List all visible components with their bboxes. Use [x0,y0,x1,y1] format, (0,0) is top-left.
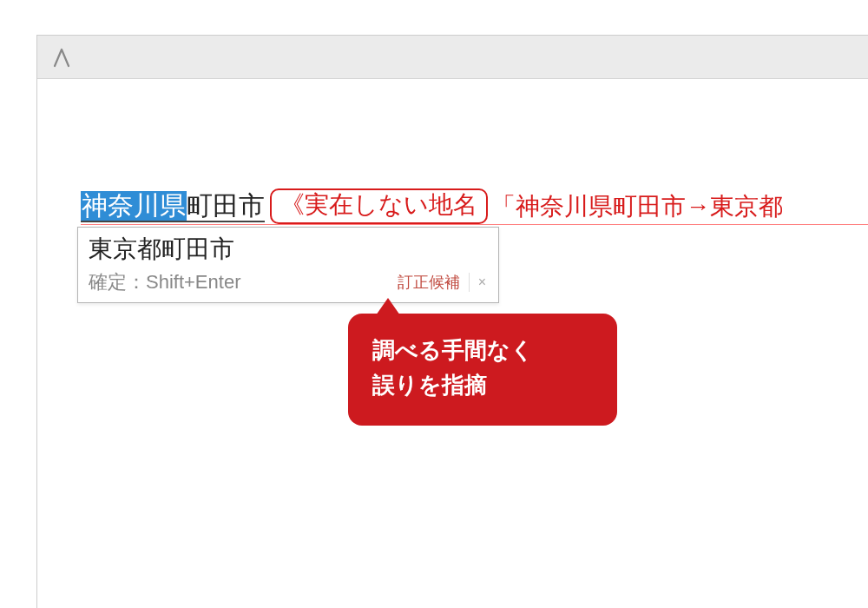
callout-line-1: 調べる手間なく [372,333,595,367]
annotation-bubble: 《実在しない地名 [270,188,488,224]
plain-text[interactable]: 町田市 [187,191,265,222]
suggestion-footer: 確定：Shift+Enter 訂正候補 × [78,266,498,302]
callout-line-2: 誤りを指摘 [372,367,595,402]
annotation-trail: 「神奈川県町田市→東京都 [491,192,783,221]
selected-text[interactable]: 神奈川県 [81,191,187,222]
confirm-hint: 確定：Shift+Enter [89,269,240,295]
suggestion-candidate[interactable]: 東京都町田市 [78,228,498,266]
close-icon[interactable]: × [469,273,490,292]
feature-callout: 調べる手間なく 誤りを指摘 [348,314,617,426]
app-logo-icon [51,47,72,68]
editor-area[interactable]: 神奈川県町田市 《実在しない地名 「神奈川県町田市→東京都 東京都町田市 確定：… [37,79,868,608]
correction-label: 訂正候補 [398,272,460,293]
app-frame: 神奈川県町田市 《実在しない地名 「神奈川県町田市→東京都 東京都町田市 確定：… [36,35,868,608]
text-line[interactable]: 神奈川県町田市 《実在しない地名 「神奈川県町田市→東京都 [81,190,868,225]
toolbar [37,36,868,79]
suggestion-popup: 東京都町田市 確定：Shift+Enter 訂正候補 × [77,227,499,303]
